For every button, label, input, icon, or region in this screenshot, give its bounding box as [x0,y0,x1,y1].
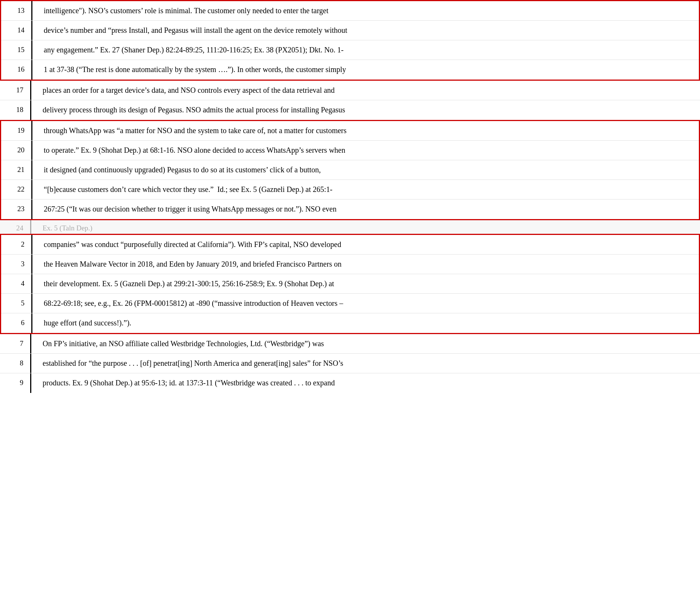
line-number: 4 [1,274,31,293]
middle-highlighted-block: 19through WhatsApp was “a matter for NSO… [0,120,700,220]
line-content: any engagement.” Ex. 27 (Shaner Dep.) 82… [32,40,699,60]
line-row: 7 On FP’s initiative, an NSO affiliate c… [0,334,700,354]
line-number: 19 [1,121,31,140]
line-number: 9 [0,373,30,392]
line-row: 3the Heaven Malware Vector in 2018, and … [1,255,699,274]
line-content: huge effort (and success!).”). [32,313,699,333]
line-row: 568:22-69:18; see, e.g., Ex. 26 (FPM-000… [1,294,699,313]
line-row: 20to operate.” Ex. 9 (Shohat Dep.) at 68… [1,141,699,160]
partial-content: Ex. 5 (Taln Dep.) [31,220,700,233]
line-content: established for “the purpose . . . [of] … [31,354,700,373]
partial-row: 24 Ex. 5 (Taln Dep.) [0,220,700,234]
line-content: their development. Ex. 5 (Gazneli Dep.) … [32,274,699,293]
line-content: delivery process through its design of P… [31,100,700,120]
line-number: 21 [1,160,31,179]
line-content: products. Ex. 9 (Shohat Dep.) at 95:6-13… [31,373,700,393]
line-row: 14device’s number and “press Install, an… [1,21,699,40]
top-lines: 13intelligence"). NSO’s customers’ role … [1,1,699,80]
line-row: 8established for “the purpose . . . [of]… [0,354,700,373]
line-number: 8 [0,354,30,373]
line-number: 5 [1,294,31,313]
middle-highlighted-lines: 19through WhatsApp was “a matter for NSO… [1,121,699,219]
line-number: 2 [1,235,31,254]
line-content: places an order for a target device’s da… [31,81,700,100]
line-number: 18 [0,100,30,119]
line-number: 6 [1,313,31,332]
line-number: 7 [0,334,30,353]
line-content: On FP’s initiative, an NSO affiliate cal… [31,334,700,353]
line-number: 23 [1,199,31,218]
line-content: “[b]ecause customers don’t care which ve… [32,180,699,199]
middle-plain-lines: 17places an order for a target device’s … [0,81,700,120]
top-highlighted-block: 13intelligence"). NSO’s customers’ role … [0,0,700,81]
line-row: 15any engagement.” Ex. 27 (Shaner Dep.) … [1,40,699,60]
line-row: 21it designed (and continuously upgraded… [1,160,699,180]
line-row: 161 at 37-38 (“The rest is done automati… [1,60,699,80]
bottom-plain-lines: 7 On FP’s initiative, an NSO affiliate c… [0,334,700,393]
line-content: the Heaven Malware Vector in 2018, and E… [32,255,699,274]
line-row: 6huge effort (and success!).”). [1,313,699,333]
line-row: 22“[b]ecause customers don’t care which … [1,180,699,199]
line-number: 16 [1,60,31,79]
line-row: 17places an order for a target device’s … [0,81,700,100]
line-content: through WhatsApp was “a matter for NSO a… [32,121,699,140]
line-number: 17 [0,81,30,100]
line-number: 15 [1,40,31,59]
line-content: it designed (and continuously upgraded) … [32,160,699,179]
line-number: 20 [1,141,31,160]
line-content: device’s number and “press Install, and … [32,21,699,40]
line-content: 68:22-69:18; see, e.g., Ex. 26 (FPM-0001… [32,294,699,313]
line-content: companies” was conduct “purposefully dir… [32,235,699,254]
page-container: 13intelligence"). NSO’s customers’ role … [0,0,700,609]
bottom-highlighted-lines: 2companies” was conduct “purposefully di… [1,235,699,333]
line-content: 1 at 37-38 (“The rest is done automatica… [32,60,699,79]
line-number: 3 [1,255,31,273]
line-row: 19through WhatsApp was “a matter for NSO… [1,121,699,141]
line-content: to operate.” Ex. 9 (Shohat Dep.) at 68:1… [32,141,699,160]
line-content: intelligence"). NSO’s customers’ role is… [32,1,699,20]
line-number: 14 [1,21,31,40]
line-row: 2companies” was conduct “purposefully di… [1,235,699,255]
line-row: 13intelligence"). NSO’s customers’ role … [1,1,699,21]
bottom-highlighted-block: 2companies” was conduct “purposefully di… [0,234,700,334]
middle-plain-block: 17places an order for a target device’s … [0,81,700,120]
line-row: 23267:25 (“It was our decision whether t… [1,199,699,219]
bottom-plain-block: 7 On FP’s initiative, an NSO affiliate c… [0,334,700,393]
line-number: 13 [1,1,31,20]
line-row: 18delivery process through its design of… [0,100,700,120]
partial-line-number: 24 [0,220,30,234]
line-row: 9products. Ex. 9 (Shohat Dep.) at 95:6-1… [0,373,700,393]
line-row: 4their development. Ex. 5 (Gazneli Dep.)… [1,274,699,294]
line-content: 267:25 (“It was our decision whether to … [32,199,699,219]
line-number: 22 [1,180,31,199]
